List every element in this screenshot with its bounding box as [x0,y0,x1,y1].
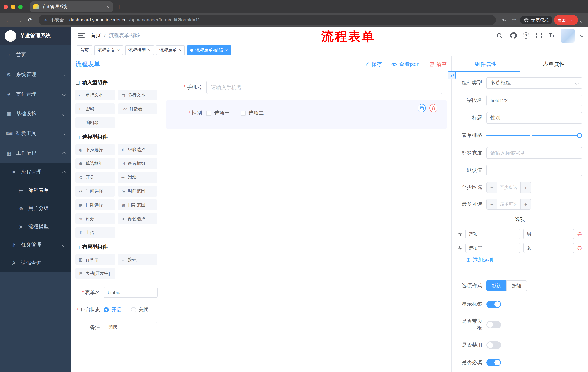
password-key-icon[interactable] [499,17,508,23]
save-button[interactable]: ✓ 保存 [365,61,382,67]
palette-item-date-range[interactable]: ▩日期范围 [118,200,157,210]
bookmark-star-icon[interactable]: ☆ [510,17,518,23]
url-bar[interactable]: ⚠ 不安全 dashboard.yudao.iocoder.cn/bpm/man… [39,15,496,25]
sidebar-item-payment[interactable]: ¥ 支付管理 [0,85,71,104]
form-field-phone[interactable]: *手机号 [166,76,447,98]
sidebar-item-process-form[interactable]: ▤ 流程表单 [0,181,71,200]
chrome-update-button[interactable]: 更新 ⋮ [554,15,578,25]
browser-menu-kebab-icon[interactable]: ⋮ [570,17,574,23]
phone-input[interactable] [206,81,442,94]
close-icon[interactable]: × [179,48,182,53]
github-icon[interactable] [509,32,517,39]
status-radio-on[interactable]: 开启 [104,304,122,315]
palette-item-rate[interactable]: ☆评分 [75,213,115,224]
forward-icon[interactable]: → [15,17,24,23]
slider-track[interactable] [486,135,579,136]
window-close-button[interactable] [4,5,8,9]
avatar-caret-icon[interactable] [580,34,583,37]
increase-button[interactable]: + [520,182,531,192]
status-radio-off[interactable]: 关闭 [131,304,149,315]
search-icon[interactable] [496,32,503,39]
palette-item-time-range[interactable]: ◶时间范围 [118,186,157,197]
new-tab-button[interactable]: + [117,3,121,10]
form-field-gender[interactable]: *性别 选项一 选项二 [166,100,447,129]
form-name-input[interactable] [104,287,158,298]
disabled-toggle[interactable] [486,341,501,349]
sidebar-item-process-model[interactable]: ➤ 流程模型 [0,218,71,236]
tab-component-props[interactable]: 组件属性 [452,56,520,72]
grid-slider[interactable] [486,130,582,141]
window-minimize-button[interactable] [11,5,15,9]
route-tag-process-form[interactable]: 流程表单 × [156,45,185,55]
style-button-button[interactable]: 按钮 [506,280,527,291]
reload-icon[interactable]: ⟳ [25,17,35,23]
sidebar-item-home[interactable]: ◔ 首页 [0,45,71,65]
remove-option-icon[interactable]: ⊖ [577,245,582,251]
component-type-select[interactable]: 多选框组 [486,77,582,89]
add-option-button[interactable]: ⊕ 添加选项 [466,257,582,263]
increase-button[interactable]: + [520,199,531,209]
sidebar-item-process-mgmt[interactable]: ≡ 流程管理 [0,163,71,181]
palette-item-switch[interactable]: ⊜开关 [75,172,115,183]
palette-item-color-picker[interactable]: ◑颜色选择 [118,213,157,224]
close-icon[interactable]: × [117,48,120,53]
drag-handle-icon[interactable] [457,245,462,250]
drag-handle-icon[interactable] [457,232,462,237]
min-select-value[interactable]: 至少应选 [497,182,520,192]
route-tag-process-model[interactable]: 流程模型 × [125,45,154,55]
gender-option-1[interactable]: 选项一 [206,110,230,117]
palette-item-date-picker[interactable]: ▦日期选择 [75,200,115,210]
hamburger-icon[interactable] [78,33,85,38]
palette-item-editor[interactable]: 编辑器 [75,117,115,128]
field-name-input[interactable] [486,95,582,106]
back-icon[interactable]: ← [4,17,13,23]
slider-handle[interactable] [577,133,582,138]
palette-item-single-text[interactable]: ▭单行文本 [75,90,115,100]
option-label-input[interactable] [465,229,521,239]
breadcrumb-home[interactable]: 首页 [91,32,101,39]
palette-item-radio-group[interactable]: ◉单选框组 [75,158,115,169]
tab-close-icon[interactable]: × [106,4,109,10]
palette-item-counter[interactable]: 123计数器 [118,103,157,114]
max-select-value[interactable]: 最多可选 [497,199,520,209]
sidebar-item-infrastructure[interactable]: ▣ 基础设施 [0,104,71,124]
option-label-input[interactable] [465,243,521,253]
copy-field-button[interactable] [418,104,426,112]
sidebar-logo[interactable]: 芋道管理系统 [0,27,71,45]
sidebar-item-leave-query[interactable]: ♙ 请假查询 [0,254,71,272]
sidebar-item-task-mgmt[interactable]: ⋔ 任务管理 [0,236,71,254]
palette-item-dropdown[interactable]: ◎下拉选择 [75,144,115,155]
route-tag-process-definition[interactable]: 流程定义 × [94,45,123,55]
gender-option-2[interactable]: 选项二 [241,110,264,117]
border-toggle[interactable] [486,321,501,328]
profile-chevron-icon[interactable] [580,20,583,23]
palette-item-multiline-text[interactable]: ▤多行文本 [118,90,157,100]
close-icon[interactable]: × [148,48,151,53]
option-value-input[interactable] [524,229,574,239]
browser-tab[interactable]: 芋道管理系统 × [30,1,113,12]
sidebar-item-user-group[interactable]: ☻ 用户分组 [0,200,71,218]
route-tag-process-form-edit[interactable]: 流程表单-编辑 × [187,45,231,55]
palette-item-upload[interactable]: ⇧上传 [75,227,115,238]
style-default-button[interactable]: 默认 [486,280,506,291]
tab-form-props[interactable]: 表单属性 [520,56,588,72]
clear-button[interactable]: 清空 [429,61,447,67]
label-width-input[interactable] [486,147,582,159]
font-size-icon[interactable]: TT [549,32,555,39]
show-label-toggle[interactable] [486,301,501,308]
remove-option-icon[interactable]: ⊖ [577,231,582,237]
close-icon[interactable]: × [225,48,228,53]
palette-item-time-picker[interactable]: ◷时间选择 [75,186,115,197]
window-zoom-button[interactable] [18,5,22,9]
palette-item-table[interactable]: ⊞表格[开发中] [75,268,115,279]
sidebar-item-devtools[interactable]: ⌨ 研发工具 [0,124,71,143]
title-input[interactable] [486,112,582,124]
link-handle-button[interactable] [448,71,456,79]
default-value-input[interactable] [486,165,582,176]
palette-item-checkbox-group[interactable]: ☑多选框组 [118,158,157,169]
palette-item-cascader[interactable]: ⋔级联选择 [118,144,157,155]
option-value-input[interactable] [524,243,574,253]
fullscreen-icon[interactable] [535,32,543,39]
palette-item-button[interactable]: ☞按钮 [118,254,157,265]
decrease-button[interactable]: − [487,199,497,209]
